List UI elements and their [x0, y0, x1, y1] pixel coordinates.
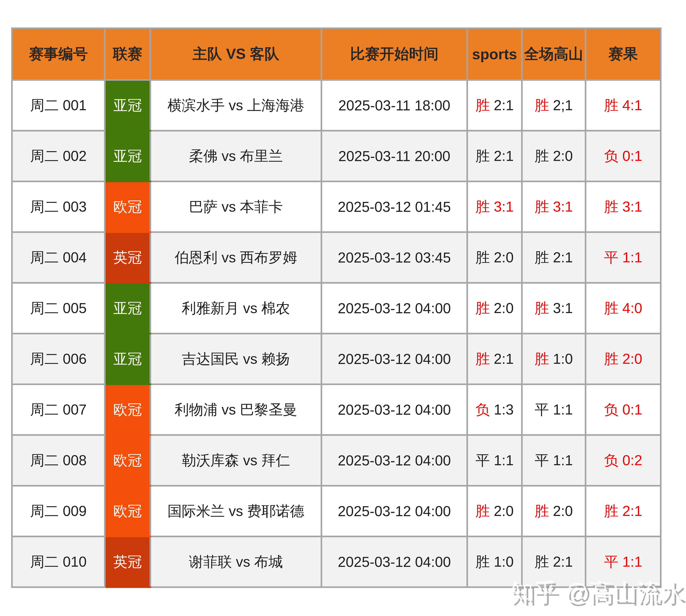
result-outcome: 胜 — [604, 503, 618, 519]
quanchang_gaoshan-outcome: 平 — [535, 401, 549, 418]
quanchang_gaoshan-score: 2:0 — [553, 503, 573, 519]
table-row: 周二 001亚冠横滨水手 vs 上海海港2025-03-11 18:00胜2:1… — [12, 80, 661, 131]
sports-outcome: 胜 — [475, 199, 490, 215]
teams-cell: 柔佛 vs 布里兰 — [150, 131, 322, 181]
table-row: 周二 006亚冠吉达国民 vs 赖扬2025-03-12 04:00胜2:1胜1… — [12, 334, 661, 384]
result-score: 4:1 — [622, 97, 642, 113]
start-time: 2025-03-12 03:45 — [338, 250, 451, 266]
quanchang_gaoshan-outcome: 胜 — [535, 554, 549, 570]
table-row: 周二 004英冠伯恩利 vs 西布罗姆2025-03-12 03:45胜2:0胜… — [12, 232, 661, 283]
match-no: 周二 006 — [30, 351, 87, 367]
match-no-cell: 周二 003 — [12, 181, 105, 232]
start-time: 2025-03-12 04:00 — [338, 503, 451, 519]
sports-score: 2:0 — [494, 300, 513, 316]
quanchang_gaoshan-score: 2:1 — [553, 554, 573, 570]
sports-outcome: 胜 — [475, 351, 490, 367]
league-label: 亚冠 — [113, 351, 142, 367]
sports-outcome: 胜 — [475, 97, 490, 113]
result-score: 4:0 — [622, 300, 642, 316]
start-time-cell: 2025-03-12 04:00 — [322, 283, 467, 334]
start-time: 2025-03-11 20:00 — [338, 148, 450, 164]
teams: 利雅新月 vs 棉农 — [182, 300, 290, 316]
league-cell: 亚冠 — [105, 131, 150, 181]
result-score: 0:1 — [622, 148, 642, 164]
teams-cell: 利物浦 vs 巴黎圣曼 — [150, 384, 322, 435]
start-time-cell: 2025-03-12 04:00 — [322, 486, 467, 536]
match-no-cell: 周二 007 — [12, 384, 105, 435]
result-score: 3:1 — [622, 199, 642, 215]
quanchang_gaoshan-cell: 胜2:1 — [522, 232, 585, 283]
match-results-table: 赛事编号 联赛 主队 VS 客队 比赛开始时间 sports 全场高山 赛果 周… — [11, 27, 662, 588]
league-cell: 欧冠 — [105, 181, 150, 232]
header-league: 联赛 — [105, 28, 150, 80]
sports-outcome: 胜 — [475, 249, 490, 265]
teams: 柔佛 vs 布里兰 — [189, 148, 283, 164]
league-cell: 欧冠 — [105, 486, 150, 536]
quanchang_gaoshan-cell: 胜2:1 — [522, 536, 585, 587]
result-cell: 平1:1 — [585, 232, 661, 283]
teams: 横滨水手 vs 上海海港 — [168, 97, 304, 113]
match-no-cell: 周二 004 — [12, 232, 105, 283]
start-time-cell: 2025-03-12 03:45 — [322, 232, 467, 283]
sports-cell: 胜2:0 — [467, 232, 522, 283]
quanchang_gaoshan-score: 2:1 — [553, 249, 573, 265]
start-time-cell: 2025-03-12 01:45 — [322, 181, 467, 232]
sports-score: 1:3 — [494, 401, 513, 418]
quanchang_gaoshan-outcome: 胜 — [535, 351, 549, 367]
match-no: 周二 001 — [30, 97, 87, 113]
result-outcome: 胜 — [604, 97, 618, 113]
quanchang_gaoshan-cell: 平1:1 — [522, 435, 585, 486]
result-score: 2:0 — [622, 351, 642, 367]
sports-score: 2:1 — [494, 97, 513, 113]
header-start-time: 比赛开始时间 — [322, 28, 467, 80]
sports-score: 2:0 — [494, 249, 513, 265]
teams: 利物浦 vs 巴黎圣曼 — [175, 401, 297, 418]
quanchang_gaoshan-cell: 胜2:0 — [522, 131, 585, 181]
match-rows: 周二 001亚冠横滨水手 vs 上海海港2025-03-11 18:00胜2:1… — [12, 80, 661, 587]
quanchang_gaoshan-outcome: 胜 — [535, 503, 549, 519]
sports-cell: 胜2:0 — [467, 486, 522, 536]
sports-outcome: 负 — [475, 401, 490, 418]
league-cell: 英冠 — [105, 232, 150, 283]
teams: 勒沃库森 vs 拜仁 — [182, 452, 290, 468]
quanchang_gaoshan-outcome: 胜 — [535, 249, 549, 265]
start-time: 2025-03-12 04:00 — [338, 300, 451, 316]
result-cell: 胜4:1 — [585, 80, 661, 131]
league-label: 英冠 — [113, 554, 142, 570]
start-time: 2025-03-12 04:00 — [338, 453, 451, 468]
result-cell: 平1:1 — [585, 536, 661, 587]
table-row: 周二 003欧冠巴萨 vs 本菲卡2025-03-12 01:45胜3:1胜3:… — [12, 181, 661, 232]
result-score: 0:1 — [622, 401, 642, 418]
quanchang_gaoshan-cell: 胜2;1 — [522, 80, 585, 131]
result-cell: 胜2:1 — [585, 486, 661, 536]
teams: 伯恩利 vs 西布罗姆 — [175, 249, 297, 265]
match-no: 周二 004 — [30, 249, 87, 265]
result-score: 1:1 — [622, 249, 642, 265]
sports-cell: 平1:1 — [467, 435, 522, 486]
teams-cell: 国际米兰 vs 费耶诺德 — [150, 486, 322, 536]
header-match-no: 赛事编号 — [12, 28, 105, 80]
match-no: 周二 010 — [30, 554, 87, 570]
table-row: 周二 002亚冠柔佛 vs 布里兰2025-03-11 20:00胜2:1胜2:… — [12, 131, 661, 181]
league-cell: 欧冠 — [105, 384, 150, 435]
teams-cell: 伯恩利 vs 西布罗姆 — [150, 232, 322, 283]
teams-cell: 勒沃库森 vs 拜仁 — [150, 435, 322, 486]
match-no: 周二 002 — [30, 148, 87, 164]
quanchang_gaoshan-score: 1:1 — [553, 452, 573, 468]
screenshot-canvas: 赛事编号 联赛 主队 VS 客队 比赛开始时间 sports 全场高山 赛果 周… — [0, 0, 686, 616]
teams-cell: 利雅新月 vs 棉农 — [150, 283, 322, 334]
start-time: 2025-03-11 18:00 — [338, 97, 450, 113]
teams-cell: 巴萨 vs 本菲卡 — [150, 181, 322, 232]
teams: 巴萨 vs 本菲卡 — [189, 199, 283, 215]
header-teams: 主队 VS 客队 — [150, 28, 322, 80]
sports-outcome: 胜 — [475, 554, 490, 570]
quanchang_gaoshan-score: 2;1 — [553, 97, 573, 113]
league-cell: 亚冠 — [105, 80, 150, 131]
quanchang_gaoshan-cell: 胜3:1 — [522, 181, 585, 232]
league-label: 亚冠 — [113, 148, 142, 164]
start-time-cell: 2025-03-12 04:00 — [322, 435, 467, 486]
start-time: 2025-03-12 04:00 — [338, 554, 451, 570]
result-cell: 胜3:1 — [585, 181, 661, 232]
quanchang_gaoshan-outcome: 胜 — [535, 148, 549, 164]
start-time: 2025-03-12 04:00 — [338, 402, 451, 418]
